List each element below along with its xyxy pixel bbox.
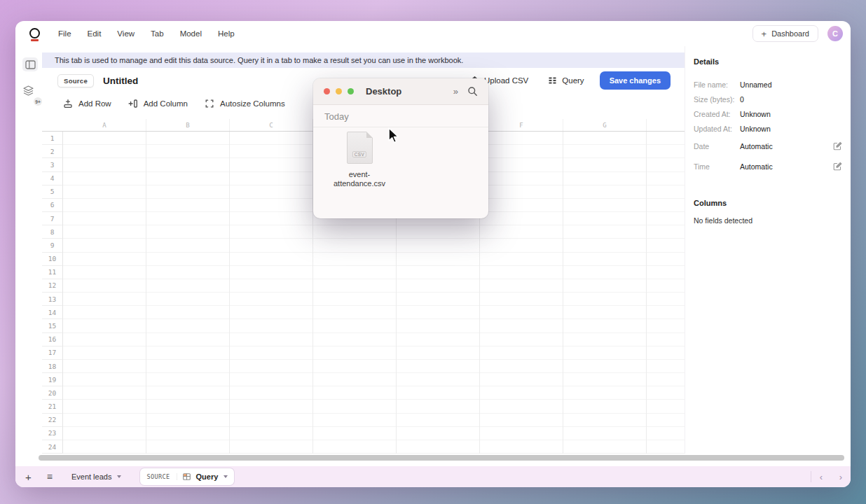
finder-titlebar: Desktop » xyxy=(313,78,488,105)
result-table-icon xyxy=(183,473,191,480)
close-window-icon[interactable] xyxy=(324,88,330,94)
menu-tab[interactable]: Tab xyxy=(151,29,164,38)
menu-file[interactable]: File xyxy=(58,29,71,38)
layers-icon xyxy=(22,85,34,97)
add-tab-button[interactable]: + xyxy=(25,472,32,482)
detail-label: File name: xyxy=(694,80,740,89)
detail-row: TimeAutomatic xyxy=(694,156,851,176)
menu-help[interactable]: Help xyxy=(218,29,235,38)
column-header-C[interactable]: C xyxy=(230,119,313,131)
search-icon[interactable] xyxy=(467,86,478,97)
row-number[interactable]: 15 xyxy=(42,319,63,332)
row-number[interactable]: 10 xyxy=(42,253,63,266)
tab-query-label: Query xyxy=(196,472,219,481)
details-panel: Details File name:UnnamedSize (bytes):0C… xyxy=(685,46,851,454)
plus-icon: + xyxy=(762,29,767,38)
layers-count-badge: 9+ xyxy=(34,97,42,106)
column-header-F[interactable]: F xyxy=(480,119,563,131)
save-changes-button[interactable]: Save changes xyxy=(600,71,671,90)
info-banner-text: This tab is used to manage and edit this… xyxy=(55,56,463,64)
row-number[interactable]: 16 xyxy=(42,333,63,346)
app-logo-icon[interactable] xyxy=(29,28,40,38)
row-number[interactable]: 19 xyxy=(42,373,63,386)
row-number[interactable]: 9 xyxy=(42,239,63,252)
csv-type-tag: CSV xyxy=(352,151,366,158)
column-header-A[interactable]: A xyxy=(63,119,146,131)
add-row-icon xyxy=(63,99,73,108)
zoom-window-icon[interactable] xyxy=(348,88,354,94)
columns-title: Columns xyxy=(694,199,851,207)
row-number[interactable]: 1 xyxy=(42,132,63,145)
avatar[interactable]: C xyxy=(827,26,843,41)
autosize-columns-label: Autosize Columns xyxy=(220,99,285,108)
row-number[interactable]: 24 xyxy=(42,440,63,454)
detail-row: DateAutomatic xyxy=(694,136,851,156)
query-button[interactable]: Query xyxy=(541,72,591,89)
chevron-down-icon xyxy=(117,475,121,478)
workbook-tab-label: Event leads xyxy=(71,472,111,481)
autosize-columns-icon xyxy=(205,99,214,108)
row-number[interactable]: 14 xyxy=(42,306,63,319)
row-number[interactable]: 18 xyxy=(42,360,63,373)
row-number[interactable]: 6 xyxy=(42,199,63,212)
dashboard-button[interactable]: + Dashboard xyxy=(752,25,818,42)
menu-items: FileEditViewTabModelHelp xyxy=(58,29,235,38)
menu-model[interactable]: Model xyxy=(180,29,202,38)
file-name-line1: event- xyxy=(334,170,385,179)
details-rows: File name:UnnamedSize (bytes):0Created A… xyxy=(694,77,851,176)
menu-edit[interactable]: Edit xyxy=(88,29,102,38)
finder-section-today: Today xyxy=(313,105,488,127)
sidebar-toggle-button[interactable] xyxy=(22,57,38,71)
edit-pencil-icon[interactable] xyxy=(833,141,842,150)
sidebar-toggle-icon xyxy=(25,60,36,69)
add-column-icon xyxy=(128,99,138,108)
file-tile-event-attendance[interactable]: CSV event- attendance.csv xyxy=(327,132,392,188)
grid-row-numbers: 123456789101112131415161718192021222324 xyxy=(42,132,63,454)
more-options-icon[interactable]: » xyxy=(453,86,458,97)
grid-corner xyxy=(42,119,63,131)
row-number[interactable]: 3 xyxy=(42,158,63,172)
row-number[interactable]: 20 xyxy=(42,386,63,400)
query-icon xyxy=(548,76,557,85)
csv-file-icon: CSV xyxy=(347,132,373,164)
row-number[interactable]: 11 xyxy=(42,266,63,279)
next-tab-arrow[interactable]: › xyxy=(831,472,851,482)
row-number[interactable]: 5 xyxy=(42,186,63,199)
details-title: Details xyxy=(694,57,851,66)
row-number[interactable]: 4 xyxy=(42,172,63,186)
edit-pencil-icon[interactable] xyxy=(833,162,842,171)
active-tab-group[interactable]: SOURCE Query xyxy=(140,468,234,485)
finder-title: Desktop xyxy=(366,86,401,97)
detail-label: Created At: xyxy=(694,110,740,118)
document-title[interactable]: Untitled xyxy=(103,76,138,86)
minimize-window-icon[interactable] xyxy=(336,88,342,94)
row-number[interactable]: 17 xyxy=(42,346,63,360)
horizontal-scrollbar[interactable] xyxy=(39,455,844,461)
row-number[interactable]: 7 xyxy=(42,212,63,225)
prev-tab-arrow[interactable]: ‹ xyxy=(811,472,831,482)
add-row-button[interactable]: Add Row xyxy=(63,99,111,108)
column-header-B[interactable]: B xyxy=(146,119,230,131)
row-number[interactable]: 23 xyxy=(42,427,63,440)
column-header-G[interactable]: G xyxy=(563,119,647,131)
row-number[interactable]: 21 xyxy=(42,400,63,413)
finder-window[interactable]: Desktop » Today CSV event- attendance.cs… xyxy=(313,78,488,218)
menu-view[interactable]: View xyxy=(117,29,135,38)
row-number[interactable]: 13 xyxy=(42,293,63,306)
row-number[interactable]: 12 xyxy=(42,279,63,293)
detail-label: Size (bytes): xyxy=(694,95,740,104)
detail-label: Updated At: xyxy=(694,125,740,133)
add-column-button[interactable]: Add Column xyxy=(128,99,188,108)
chevron-down-icon[interactable] xyxy=(224,475,228,478)
row-number[interactable]: 8 xyxy=(42,225,63,239)
row-number[interactable]: 22 xyxy=(42,414,63,427)
detail-value: Automatic xyxy=(740,162,773,171)
workbook-tab-event-leads[interactable]: Event leads xyxy=(71,472,121,481)
tab-source-label[interactable]: SOURCE xyxy=(146,473,177,480)
row-number[interactable]: 2 xyxy=(42,145,63,158)
left-rail: 9+ xyxy=(15,46,42,466)
autosize-columns-button[interactable]: Autosize Columns xyxy=(205,99,285,108)
tab-list-menu-button[interactable]: ≡ xyxy=(47,472,53,482)
layers-button[interactable]: 9+ xyxy=(22,85,39,104)
detail-value: Unnamed xyxy=(740,80,772,89)
